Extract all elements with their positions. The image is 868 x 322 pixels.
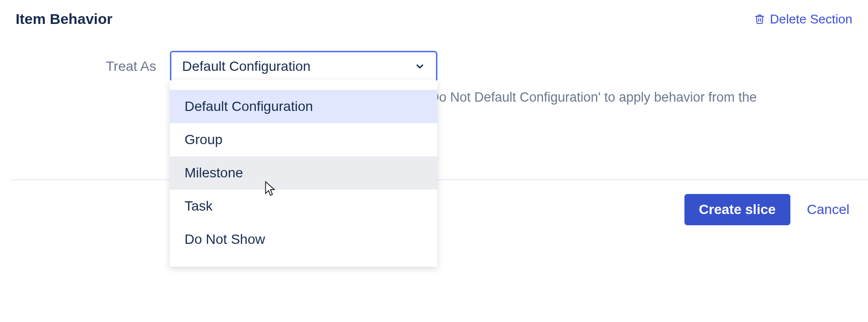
dropdown-option[interactable]: Milestone: [170, 156, 437, 190]
dropdown-option[interactable]: Default Configuration: [170, 90, 437, 123]
trash-icon: [754, 14, 765, 24]
treat-as-select[interactable]: Default Configuration: [170, 51, 437, 82]
chevron-down-icon: [414, 61, 425, 72]
section-header: Item Behavior Delete Section: [0, 0, 868, 27]
delete-section-link[interactable]: Delete Section: [754, 12, 852, 27]
section-title: Item Behavior: [16, 11, 112, 27]
section-divider: [11, 179, 868, 180]
create-slice-button[interactable]: Create slice: [684, 194, 790, 225]
treat-as-label: Treat As: [106, 59, 156, 74]
cancel-button[interactable]: Cancel: [804, 194, 852, 225]
treat-as-selected-value: Default Configuration: [182, 59, 310, 74]
dropdown-option[interactable]: Task: [170, 190, 437, 223]
treat-as-row: Treat As Default Configuration: [0, 27, 868, 82]
treat-as-dropdown: Default ConfigurationGroupMilestoneTaskD…: [170, 80, 437, 267]
dropdown-option[interactable]: Group: [170, 123, 437, 156]
dropdown-option[interactable]: Do Not Show: [170, 223, 437, 256]
form-actions: Create slice Cancel: [684, 194, 852, 225]
delete-section-label: Delete Section: [770, 12, 852, 27]
